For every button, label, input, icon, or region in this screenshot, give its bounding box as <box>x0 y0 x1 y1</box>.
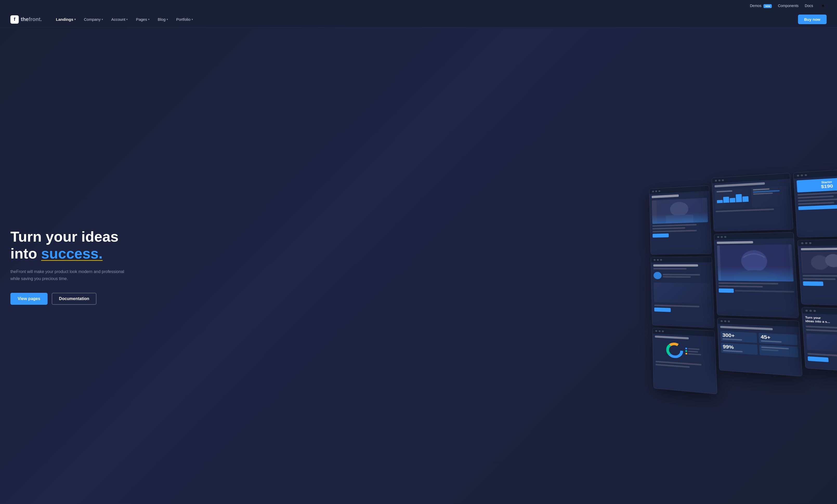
topbar-components-link[interactable]: Components <box>778 4 799 8</box>
buy-now-button[interactable]: Buy now <box>798 15 827 24</box>
nav-actions: Buy now <box>798 15 827 24</box>
topbar-docs-link[interactable]: Docs <box>805 4 813 8</box>
svg-rect-3 <box>719 244 791 282</box>
nav-item-blog[interactable]: Blog ▾ <box>154 15 172 24</box>
hero-section: Turn your ideas into success. theFront w… <box>0 27 837 504</box>
screen-card-1 <box>649 185 712 255</box>
sun-icon: ☀ <box>821 3 825 8</box>
nav-item-company[interactable]: Company ▾ <box>80 15 107 24</box>
top-bar: Demos new Components Docs ☀ <box>0 0 837 12</box>
view-pages-button[interactable]: View pages <box>11 293 48 305</box>
chevron-down-icon: ▾ <box>74 18 76 21</box>
svg-point-8 <box>825 254 837 267</box>
hero-title: Turn your ideas into success. <box>11 228 146 262</box>
screen-card-2 <box>712 173 794 232</box>
theme-toggle-button[interactable]: ☀ <box>819 2 826 10</box>
svg-point-7 <box>811 255 830 270</box>
nav-links: Landings ▾ Company ▾ Account ▾ Pages ▾ B… <box>52 15 798 24</box>
screen-card-9: Turn yourideas into a s... <box>802 307 837 373</box>
svg-rect-2 <box>666 214 694 223</box>
topbar-demos-link[interactable]: Demos new <box>750 4 772 8</box>
nav-item-landings[interactable]: Landings ▾ <box>52 15 79 24</box>
new-badge: new <box>763 4 771 8</box>
chevron-down-icon: ▾ <box>167 18 168 21</box>
screen-card-8: 300+ 45+ 99% <box>717 318 802 376</box>
screen-card-6 <box>797 239 837 306</box>
svg-rect-6 <box>801 251 837 273</box>
screen-card-7 <box>652 328 717 394</box>
chevron-down-icon: ▾ <box>126 18 128 21</box>
chevron-down-icon: ▾ <box>192 18 193 21</box>
logo-icon: f <box>11 15 19 24</box>
screen-card-3: Starter $190 <box>793 168 837 237</box>
hero-subtitle: theFront will make your product look mod… <box>11 268 125 282</box>
chevron-down-icon: ▾ <box>148 18 149 21</box>
screen-card-4 <box>651 257 715 328</box>
demos-label: Demos <box>750 4 761 8</box>
navbar: f thefront. Landings ▾ Company ▾ Account… <box>0 12 837 27</box>
hero-visual: Starter $190 <box>146 189 826 344</box>
nav-item-account[interactable]: Account ▾ <box>108 15 131 24</box>
nav-item-pages[interactable]: Pages ▾ <box>132 15 153 24</box>
hero-highlight: success. <box>41 245 103 262</box>
screen-card-5 <box>714 232 799 318</box>
documentation-button[interactable]: Documentation <box>52 293 96 305</box>
hero-buttons: View pages Documentation <box>11 293 146 305</box>
screens-container: Starter $190 <box>649 168 837 370</box>
logo-text: thefront. <box>21 16 42 22</box>
chevron-down-icon: ▾ <box>102 18 103 21</box>
hero-content: Turn your ideas into success. theFront w… <box>11 228 146 304</box>
logo[interactable]: f thefront. <box>11 15 42 24</box>
svg-point-5 <box>733 270 777 282</box>
nav-item-portfolio[interactable]: Portfolio ▾ <box>173 15 197 24</box>
